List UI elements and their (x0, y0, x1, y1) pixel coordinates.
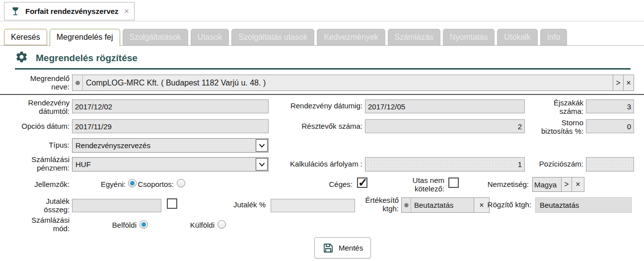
label-jutalek-szazalek: Jutalék % (214, 200, 266, 209)
tab-kedvezmenyek[interactable]: Kedvezmények (317, 29, 385, 45)
szamlazasi-penznem-value: HUF (72, 160, 255, 169)
label-megrendelo-neve: Megrendelő neve: (15, 74, 70, 91)
label-nemzetiseg: Nemzetiség: (474, 180, 529, 188)
label-csoportos: Csoportos: (134, 180, 174, 188)
label-ejszakak-szama: Éjszakák száma: (535, 98, 583, 115)
pozicioszam-field (586, 157, 634, 172)
tab-bar: Keresés Megrendelés fej Szolgáltatások U… (4, 29, 567, 46)
tab-utokalk[interactable]: Utókalk (497, 29, 537, 45)
nemzetiseg-value[interactable]: Magya (533, 177, 561, 191)
belfoldi-radio[interactable] (140, 220, 148, 229)
tab-szolgaltatasok[interactable]: Szolgáltatások (123, 29, 188, 45)
label-szamlazasi-penznem: Számlázási pénznem: (15, 155, 70, 172)
csoportos-radio[interactable] (177, 179, 185, 187)
tipus-select[interactable]: Rendezvényszervezés (72, 138, 269, 153)
tab-kereses[interactable]: Keresés (4, 29, 47, 45)
label-rendezveny-datumig: Rendezvény dátumig: (286, 101, 362, 110)
label-szamlazasi-mod: Számlázási mód: (15, 216, 70, 233)
label-resztevok-szama: Résztevők száma: (281, 122, 362, 130)
ceges-checkbox[interactable] (357, 177, 367, 188)
megrendelo-neve-field[interactable]: CompLOG-MRC Kft. ( Budapest 1182 Varjú u… (72, 75, 634, 91)
tab-szolgaltatas-utasok[interactable]: Szolgáltatás utasok (231, 29, 314, 45)
window-tab-close-icon[interactable]: × (124, 6, 129, 16)
label-kulfoldi: Külföldi (184, 221, 215, 229)
label-egyeni: Egyéni: (97, 180, 126, 188)
picker-dot-icon (72, 75, 83, 90)
chevron-down-icon[interactable] (256, 158, 268, 171)
jutalek-osszeg-field[interactable] (72, 199, 161, 212)
label-utas-nem-kotelezo: Utas nem kötelező: (397, 176, 444, 193)
nemzetiseg-field[interactable]: Magya > × (532, 177, 584, 192)
label-belfoldi: Belföldi (104, 221, 137, 229)
megrendelo-open-button[interactable]: > (613, 75, 623, 90)
tab-szamlazas[interactable]: Számlázás (388, 29, 440, 45)
section-separator (0, 94, 644, 95)
nemzetiseg-clear-button[interactable]: × (572, 177, 584, 191)
label-rendezveny-datumtol: Rendezvény dátumtól: (15, 98, 70, 115)
picker-dot-icon (402, 198, 411, 212)
window-tab-title: Forfait rendezvényszervez (25, 7, 121, 15)
tab-info[interactable]: Info (540, 29, 568, 45)
window-tab[interactable]: Forfait rendezvényszervez × (4, 2, 135, 20)
nemzetiseg-open-button[interactable]: > (561, 177, 572, 191)
ejszakak-szama-field[interactable]: 3 (586, 99, 634, 113)
jutalek-checkbox[interactable] (167, 198, 177, 209)
label-kalkulacios-arfolyam: Kalkulációs árfolyam : (281, 160, 362, 168)
app-window: Forfait rendezvényszervez × Keresés Megr… (0, 0, 644, 261)
label-pozicioszam: Pozíciószám: (535, 160, 583, 168)
chevron-down-icon[interactable] (256, 139, 268, 152)
szamlazasi-penznem-select[interactable]: HUF (72, 157, 269, 172)
opcios-datum-field[interactable]: 2017/11/29 (72, 119, 269, 133)
gear-icon (15, 50, 28, 64)
page-title: Megrendelés rögzítése (36, 53, 138, 64)
kalkulacios-arfolyam-field: 1 (365, 157, 525, 172)
label-ertekesito-ktgh: Értékesítő ktgh: (359, 196, 399, 213)
rendezveny-datumig-field[interactable]: 2017/12/05 (365, 99, 525, 113)
label-storno-biztositas: Storno biztosítás %: (535, 118, 583, 135)
label-rogzito-ktgh: Rögzítő ktgh: (469, 200, 531, 209)
tab-megrendeles-fej[interactable]: Megrendelés fej (50, 29, 120, 46)
megrendelo-clear-button[interactable]: × (623, 75, 634, 90)
label-tipus: Típus: (15, 141, 70, 149)
header-rule (15, 68, 631, 70)
megrendelo-neve-value[interactable]: CompLOG-MRC Kft. ( Budapest 1182 Varjú u… (83, 75, 613, 90)
storno-biztositas-field[interactable]: 0 (586, 119, 634, 133)
save-button-label: Mentés (339, 244, 363, 252)
resztevok-szama-field[interactable]: 2 (365, 119, 525, 133)
label-jutalek-osszeg: Jutalék összeg: (22, 197, 70, 214)
label-opcios-datum: Opciós dátum: (15, 122, 70, 130)
label-ceges: Céges: (320, 180, 353, 188)
label-jellemzok: Jellemzők: (15, 180, 70, 188)
wine-glass-icon (10, 6, 20, 16)
kulfoldi-radio[interactable] (217, 220, 226, 229)
ertekesito-ktgh-value[interactable]: Beutaztatás (411, 198, 474, 212)
window-tab-strip: Forfait rendezvényszervez × (0, 0, 644, 21)
jutalek-szazalek-field[interactable] (271, 199, 355, 212)
rendezveny-datumtol-field[interactable]: 2017/12/02 (72, 99, 269, 113)
tab-utasok[interactable]: Utasok (191, 29, 229, 45)
utas-nem-kotelezo-checkbox[interactable] (448, 177, 459, 188)
save-button[interactable]: Mentés (314, 237, 371, 259)
rogzito-ktgh-value: Beutaztatás (535, 197, 632, 213)
tab-nyomtatas[interactable]: Nyomtatás (443, 29, 495, 45)
tipus-value: Rendezvényszervezés (72, 141, 255, 150)
floppy-disk-icon (322, 242, 334, 254)
